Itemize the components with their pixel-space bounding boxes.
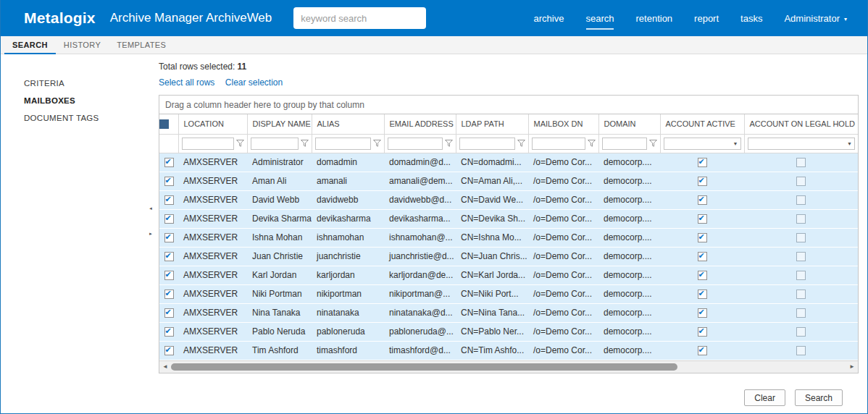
legal-hold-checkbox[interactable] xyxy=(796,233,806,242)
row-checkbox[interactable] xyxy=(164,177,174,186)
scrollbar-thumb[interactable] xyxy=(171,363,677,371)
column-header-alias[interactable]: ALIAS xyxy=(312,114,384,134)
scroll-right-icon[interactable]: ► xyxy=(848,361,856,373)
cell-location: AMXSERVER xyxy=(178,266,247,284)
account-active-checkbox[interactable] xyxy=(698,271,707,280)
clear-selection-link[interactable]: Clear selection xyxy=(225,77,283,88)
account-active-checkbox[interactable] xyxy=(698,308,707,318)
row-checkbox[interactable] xyxy=(164,252,174,261)
nav-search[interactable]: search xyxy=(585,13,614,24)
account-active-checkbox[interactable] xyxy=(698,346,707,355)
row-checkbox[interactable] xyxy=(164,158,174,167)
account-active-checkbox[interactable] xyxy=(698,214,707,224)
column-header-account-active[interactable]: ACCOUNT ACTIVE xyxy=(660,114,744,134)
sidebar-item-criteria[interactable]: CRITERIA xyxy=(24,79,149,88)
tab-bar: SEARCHHISTORYTEMPLATES xyxy=(1,36,867,54)
legal-hold-checkbox[interactable] xyxy=(796,271,806,280)
collapse-left-icon[interactable]: ◄ xyxy=(149,206,153,211)
column-header-mailbox-dn[interactable]: MAILBOX DN xyxy=(528,114,598,134)
account-active-checkbox[interactable] xyxy=(698,177,707,186)
sidebar-item-mailboxes[interactable]: MAILBOXES xyxy=(24,96,149,105)
legal-hold-checkbox[interactable] xyxy=(796,195,806,205)
scrollbar-track[interactable] xyxy=(171,361,846,373)
account-active-checkbox[interactable] xyxy=(698,195,707,205)
tab-search[interactable]: SEARCH xyxy=(4,36,56,54)
nav-tasks[interactable]: tasks xyxy=(740,13,762,24)
column-header-display-name[interactable]: DISPLAY NAME xyxy=(247,114,312,134)
row-checkbox[interactable] xyxy=(164,195,174,205)
column-header-account-on-legal-hold[interactable]: ACCOUNT ON LEGAL HOLD xyxy=(744,114,858,134)
row-checkbox[interactable] xyxy=(164,346,174,355)
grid-body: AMXSERVERAdministratordomadmindomadmin@d… xyxy=(159,153,858,360)
cell-alias: karljordan xyxy=(312,266,384,284)
legal-hold-checkbox[interactable] xyxy=(796,346,806,355)
cell-alias: domadmin xyxy=(312,153,384,172)
column-header-ldap-path[interactable]: LDAP PATH xyxy=(456,114,528,134)
nav-administrator[interactable]: Administrator▾ xyxy=(784,13,847,24)
sidebar-item-document-tags[interactable]: DOCUMENT TAGS xyxy=(24,114,149,122)
filter-input-alias[interactable] xyxy=(315,138,371,150)
legal-hold-checkbox[interactable] xyxy=(796,327,806,337)
nav-retention[interactable]: retention xyxy=(636,13,673,24)
cell-ldap: CN=Ishna Mo... xyxy=(456,228,528,247)
cell-domain: democorp.... xyxy=(598,322,660,341)
account-active-checkbox[interactable] xyxy=(698,290,707,299)
filter-funnel-icon[interactable] xyxy=(301,140,309,147)
legal-hold-checkbox[interactable] xyxy=(796,214,806,224)
nav-archive[interactable]: archive xyxy=(534,13,564,24)
row-checkbox[interactable] xyxy=(164,327,174,337)
filter-dropdown-account-active[interactable]: ▼ xyxy=(664,138,741,150)
account-active-checkbox[interactable] xyxy=(698,233,707,242)
filter-input-domain[interactable] xyxy=(602,138,647,150)
keyword-search-input[interactable] xyxy=(293,7,426,29)
expand-right-icon[interactable]: ► xyxy=(149,232,153,236)
legal-hold-checkbox[interactable] xyxy=(796,158,806,167)
cell-email: ishnamohan@... xyxy=(384,228,456,247)
row-checkbox[interactable] xyxy=(164,233,174,242)
account-active-checkbox[interactable] xyxy=(698,327,707,337)
row-checkbox[interactable] xyxy=(164,308,174,318)
filter-funnel-icon[interactable] xyxy=(649,140,657,147)
cell-location: AMXSERVER xyxy=(178,322,247,341)
cell-alias: devikasharma xyxy=(312,209,384,228)
filter-funnel-icon[interactable] xyxy=(373,140,381,147)
column-header-location[interactable]: LOCATION xyxy=(178,114,247,134)
account-active-checkbox[interactable] xyxy=(698,252,707,261)
legal-hold-checkbox[interactable] xyxy=(796,177,806,186)
filter-funnel-icon[interactable] xyxy=(517,140,525,147)
filter-input-email-address[interactable] xyxy=(388,138,443,150)
select-all-rows-link[interactable]: Select all rows xyxy=(159,77,214,88)
filter-input-location[interactable] xyxy=(182,138,234,150)
column-header-domain[interactable]: DOMAIN xyxy=(598,114,660,134)
filter-funnel-icon[interactable] xyxy=(588,140,596,147)
row-checkbox[interactable] xyxy=(164,290,174,299)
scroll-left-icon[interactable]: ◄ xyxy=(162,361,169,373)
cell-ldap: CN=Niki Port... xyxy=(456,284,528,303)
filter-cell-email-address xyxy=(384,134,456,153)
account-active-checkbox[interactable] xyxy=(698,158,707,167)
column-header-email-address[interactable]: EMAIL ADDRESS xyxy=(384,114,456,134)
filter-dropdown-account-on-legal-hold[interactable]: ▼ xyxy=(748,138,856,150)
search-button[interactable]: Search xyxy=(795,389,843,406)
filter-input-ldap-path[interactable] xyxy=(459,138,515,150)
legal-hold-checkbox[interactable] xyxy=(796,308,806,318)
legal-hold-checkbox[interactable] xyxy=(796,290,806,299)
panel-splitter[interactable]: ◄ ► xyxy=(149,54,159,413)
legal-hold-cell xyxy=(744,341,858,360)
legal-hold-checkbox[interactable] xyxy=(796,252,806,261)
nav-report[interactable]: report xyxy=(694,13,719,24)
select-all-checkbox[interactable] xyxy=(159,119,169,129)
mailbox-grid: Drag a column header here to group by th… xyxy=(159,95,859,373)
filter-funnel-icon[interactable] xyxy=(445,140,453,147)
filter-input-mailbox-dn[interactable] xyxy=(532,138,585,150)
filter-input-display-name[interactable] xyxy=(251,138,299,150)
cell-mailbox-dn: /o=Demo Cor... xyxy=(528,209,598,228)
filter-funnel-icon[interactable] xyxy=(236,140,244,147)
tab-history[interactable]: HISTORY xyxy=(56,36,109,54)
clear-button[interactable]: Clear xyxy=(744,389,785,406)
tab-templates[interactable]: TEMPLATES xyxy=(109,36,174,54)
horizontal-scrollbar[interactable]: ◄ ► xyxy=(159,360,858,373)
row-checkbox[interactable] xyxy=(164,214,174,224)
row-checkbox[interactable] xyxy=(164,271,174,280)
cell-email: amanali@dem... xyxy=(384,172,456,190)
